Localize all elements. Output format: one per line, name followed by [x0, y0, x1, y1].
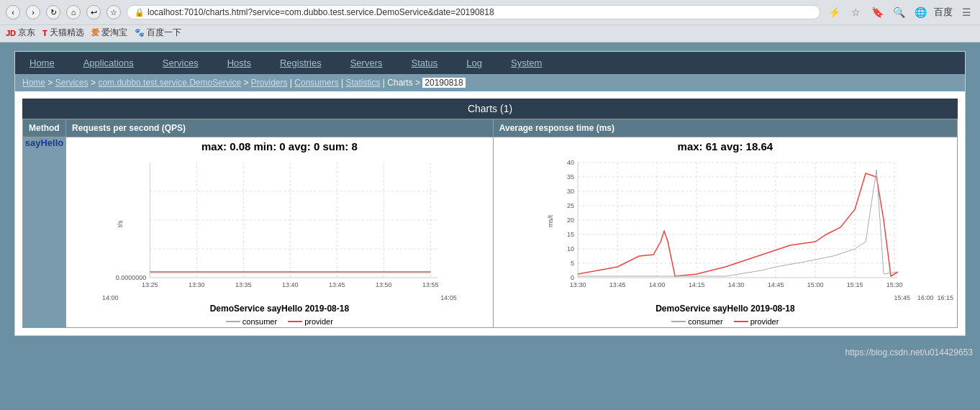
- nav-log[interactable]: Log: [452, 52, 496, 74]
- bookmark-jd[interactable]: JD 京东: [6, 27, 35, 39]
- lightning-icon[interactable]: ⚡: [826, 4, 842, 20]
- breadcrumb-services[interactable]: Services: [55, 78, 89, 88]
- charts-container: Charts (1) Method Requests per second (Q…: [15, 91, 965, 335]
- status-bar: https://blog.csdn.net/u014429653: [0, 345, 980, 360]
- nav-status[interactable]: Status: [396, 52, 452, 74]
- charts-title: Charts (1): [22, 99, 958, 119]
- back-button[interactable]: ‹: [6, 5, 20, 19]
- qps-svg: 0.0000000 t/s 13:25: [66, 155, 493, 299]
- art-provider-line-icon: [734, 321, 748, 322]
- nav-home[interactable]: Home: [15, 52, 69, 74]
- back-history-button[interactable]: ↩: [86, 5, 101, 19]
- forward-button[interactable]: ›: [26, 5, 40, 19]
- svg-text:15:15: 15:15: [847, 281, 863, 288]
- nav-hosts[interactable]: Hosts: [213, 52, 266, 74]
- svg-text:15:30: 15:30: [886, 281, 903, 288]
- svg-text:14:15: 14:15: [689, 281, 705, 288]
- svg-text:35: 35: [567, 173, 574, 181]
- art-consumer-line-icon: [671, 321, 686, 322]
- breadcrumb-service-name[interactable]: com.dubbo.test.service.DemoService: [98, 78, 241, 88]
- svg-text:25: 25: [567, 202, 574, 209]
- nav-registries[interactable]: Registries: [266, 52, 336, 74]
- url-text: localhost:7010/charts.html?service=com.d…: [148, 7, 494, 17]
- qps-chart-area: 0.0000000 t/s 13:25: [66, 155, 493, 301]
- bookmark-taobao[interactable]: 爱 爱淘宝: [91, 27, 127, 39]
- charts-table: Method Requests per second (QPS) Average…: [22, 119, 958, 328]
- bookmark-baidu-label: 百度一下: [147, 27, 181, 39]
- star-outline-icon[interactable]: ☆: [848, 4, 863, 20]
- content-box: Home Applications Services Hosts Registr…: [14, 51, 966, 336]
- art-stat: max: 61 avg: 18.64: [494, 137, 957, 155]
- qps-legend-provider: provider: [288, 317, 333, 326]
- qps-provider-label: provider: [304, 317, 333, 326]
- art-provider-label: provider: [750, 317, 779, 326]
- nav-services[interactable]: Services: [148, 52, 213, 74]
- home-button[interactable]: ⌂: [66, 5, 81, 19]
- breadcrumb-consumers[interactable]: Consumers: [294, 78, 338, 88]
- svg-text:13:45: 13:45: [329, 281, 345, 288]
- breadcrumb-date: 20190818: [422, 78, 465, 88]
- consumer-line-icon: [226, 321, 240, 322]
- svg-text:20: 20: [567, 217, 574, 224]
- table-row: sayHello max: 0.08 min: 0 avg: 0 sum: 8: [23, 137, 958, 328]
- svg-text:5: 5: [571, 260, 574, 267]
- breadcrumb-home[interactable]: Home: [22, 78, 45, 88]
- art-consumer-label: consumer: [688, 317, 722, 326]
- address-bar[interactable]: 🔒 localhost:7010/charts.html?service=com…: [127, 5, 820, 19]
- svg-text:13:30: 13:30: [570, 281, 586, 288]
- browser-chrome: ‹ › ↻ ⌂ ↩ ☆ 🔒 localhost:7010/charts.html…: [0, 0, 980, 25]
- reload-button[interactable]: ↻: [46, 5, 60, 19]
- method-name: sayHello: [25, 137, 63, 148]
- qps-chart-label: DemoService sayHello 2019-08-18: [66, 301, 493, 316]
- art-chart-legend: consumer provider: [494, 316, 957, 327]
- status-url: https://blog.csdn.net/u014429653: [845, 347, 973, 357]
- art-svg: 0 5 10 15 20 25 30 35 40: [494, 155, 957, 299]
- svg-text:13:30: 13:30: [189, 281, 205, 288]
- svg-text:ms/t: ms/t: [547, 215, 554, 227]
- qps-legend-consumer: consumer: [226, 317, 277, 326]
- col-method: Method: [23, 119, 66, 137]
- svg-text:13:35: 13:35: [235, 281, 252, 288]
- art-legend-provider: provider: [734, 317, 779, 326]
- svg-text:13:25: 13:25: [142, 281, 158, 288]
- menu-icon[interactable]: ☰: [958, 4, 974, 20]
- nav-system[interactable]: System: [496, 52, 556, 74]
- lock-icon: 🔒: [135, 8, 145, 17]
- 百度-text[interactable]: 百度: [934, 6, 953, 19]
- breadcrumb-providers[interactable]: Providers: [251, 78, 288, 88]
- bookmark-icon[interactable]: 🔖: [869, 4, 885, 20]
- svg-text:15: 15: [567, 231, 574, 238]
- art-legend-consumer: consumer: [671, 317, 722, 326]
- method-cell: sayHello: [23, 137, 66, 328]
- bookmarks-bar: JD 京东 T 天猫精选 爱 爱淘宝 🐾 百度一下: [0, 25, 980, 42]
- bookmark-taobao-label: 爱淘宝: [101, 27, 127, 39]
- bookmark-baidu[interactable]: 🐾 百度一下: [135, 27, 181, 39]
- star-button[interactable]: ☆: [106, 5, 121, 19]
- svg-text:14:45: 14:45: [768, 281, 784, 288]
- page-wrapper: Home Applications Services Hosts Registr…: [0, 42, 980, 345]
- breadcrumb-statistics[interactable]: Statistics: [345, 78, 380, 88]
- bookmark-tmall-label: 天猫精选: [50, 27, 84, 39]
- globe-icon[interactable]: 🌐: [912, 4, 928, 20]
- svg-text:13:50: 13:50: [376, 281, 392, 288]
- search-icon[interactable]: 🔍: [891, 4, 907, 20]
- art-chart-label: DemoService sayHello 2019-08-18: [494, 301, 957, 316]
- art-chart-cell: max: 61 avg: 18.64: [493, 137, 957, 328]
- nav-bar: Home Applications Services Hosts Registr…: [15, 52, 965, 74]
- svg-text:30: 30: [567, 188, 574, 195]
- qps-chart-cell: max: 0.08 min: 0 avg: 0 sum: 8: [66, 137, 494, 328]
- qps-chart-legend: consumer provider: [66, 316, 493, 327]
- provider-line-icon: [288, 321, 302, 322]
- art-chart-area: 0 5 10 15 20 25 30 35 40: [494, 155, 957, 301]
- nav-servers[interactable]: Servers: [336, 52, 397, 74]
- breadcrumb: Home > Services > com.dubbo.test.service…: [15, 74, 965, 91]
- svg-text:14:00: 14:00: [649, 281, 666, 288]
- bookmark-tmall[interactable]: T 天猫精选: [42, 27, 84, 39]
- nav-applications[interactable]: Applications: [69, 52, 148, 74]
- qps-consumer-label: consumer: [242, 317, 277, 326]
- svg-text:40: 40: [567, 159, 574, 166]
- svg-text:14:30: 14:30: [728, 281, 745, 288]
- col-art: Average response time (ms): [493, 119, 957, 137]
- svg-text:t/s: t/s: [117, 220, 124, 227]
- svg-text:15:00: 15:00: [807, 281, 824, 288]
